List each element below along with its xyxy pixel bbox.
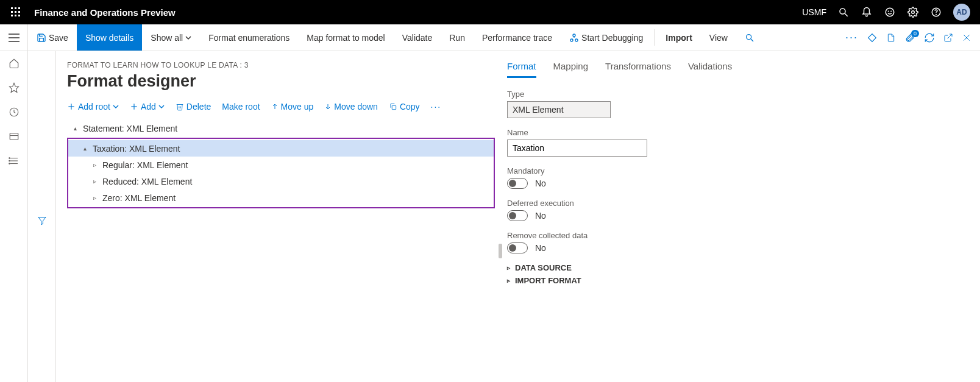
- gear-icon[interactable]: [907, 6, 919, 18]
- close-icon[interactable]: [962, 33, 971, 43]
- star-icon[interactable]: [8, 82, 20, 94]
- svg-point-37: [9, 160, 10, 161]
- breadcrumb: FORMAT TO LEARN HOW TO LOOKUP LE DATA : …: [67, 61, 495, 69]
- copy-button[interactable]: Copy: [389, 102, 420, 111]
- perf-trace-label: Performance trace: [482, 33, 552, 43]
- caret-right-icon[interactable]: ▹: [90, 161, 99, 168]
- svg-point-38: [9, 163, 10, 164]
- page-icon[interactable]: [886, 32, 896, 43]
- attach-count: 0: [911, 30, 919, 37]
- type-label: Type: [507, 90, 965, 99]
- show-all-button[interactable]: Show all: [142, 24, 200, 51]
- add-root-label: Add root: [78, 102, 110, 111]
- make-root-label: Make root: [222, 102, 260, 111]
- caret-right-icon[interactable]: ▹: [90, 194, 99, 201]
- import-button[interactable]: Import: [657, 24, 701, 51]
- divider: [654, 29, 655, 46]
- caret-down-icon[interactable]: ▴: [80, 145, 89, 152]
- tab-label: Transformations: [605, 61, 671, 71]
- move-down-label: Move down: [334, 102, 378, 111]
- tab-validations[interactable]: Validations: [688, 61, 732, 78]
- tab-format[interactable]: Format: [507, 61, 536, 78]
- splitter-handle[interactable]: [499, 244, 502, 258]
- expander-label: DATA SOURCE: [515, 263, 572, 272]
- mandatory-label: Mandatory: [507, 166, 965, 175]
- tree-row-zero[interactable]: ▹ Zero: XML Element: [68, 189, 494, 206]
- move-down-button[interactable]: Move down: [324, 102, 378, 111]
- bell-icon[interactable]: [861, 6, 873, 18]
- action-right-icons: ··· 0: [837, 24, 980, 51]
- copy-label: Copy: [400, 102, 420, 111]
- tree-row-regular[interactable]: ▹ Regular: XML Element: [68, 157, 494, 173]
- tree-more-icon[interactable]: ···: [431, 102, 442, 111]
- tree-label: Zero: XML Element: [99, 193, 176, 203]
- remove-value: No: [535, 243, 546, 253]
- tab-transformations[interactable]: Transformations: [605, 61, 671, 78]
- format-enum-button[interactable]: Format enumerations: [200, 24, 298, 51]
- map-format-button[interactable]: Map format to model: [298, 24, 393, 51]
- format-enum-label: Format enumerations: [208, 33, 289, 43]
- start-debug-label: Start Debugging: [581, 33, 643, 43]
- caret-down-icon[interactable]: ▴: [71, 125, 79, 132]
- expander-data-source[interactable]: ▹ DATA SOURCE: [507, 263, 965, 272]
- delete-button[interactable]: Delete: [176, 102, 211, 111]
- perf-trace-button[interactable]: Performance trace: [474, 24, 561, 51]
- show-details-button[interactable]: Show details: [77, 24, 142, 51]
- help-icon[interactable]: [930, 6, 942, 18]
- type-input[interactable]: [507, 101, 611, 118]
- top-right-cluster: USMF AD: [802, 4, 975, 21]
- move-up-button[interactable]: Move up: [271, 102, 314, 111]
- validate-button[interactable]: Validate: [394, 24, 441, 51]
- search-icon[interactable]: [837, 6, 850, 18]
- svg-point-11: [886, 8, 894, 16]
- main-row: FORMAT TO LEARN HOW TO LOOKUP LE DATA : …: [0, 51, 980, 382]
- mandatory-toggle[interactable]: [507, 178, 528, 189]
- caret-right-icon[interactable]: ▹: [90, 178, 99, 185]
- svg-point-36: [9, 158, 10, 159]
- refresh-icon[interactable]: [924, 32, 935, 43]
- smile-icon[interactable]: [884, 6, 896, 18]
- app-launcher-icon[interactable]: [5, 7, 27, 17]
- name-input[interactable]: [507, 140, 647, 157]
- workspace-icon[interactable]: [8, 130, 20, 143]
- history-icon[interactable]: [8, 106, 20, 118]
- content: FORMAT TO LEARN HOW TO LOOKUP LE DATA : …: [56, 51, 980, 382]
- remove-toggle[interactable]: [507, 242, 528, 253]
- diamond-icon[interactable]: [867, 32, 878, 43]
- find-button[interactable]: [736, 24, 763, 51]
- field-type: Type: [507, 90, 965, 118]
- tree-label: Regular: XML Element: [99, 160, 188, 170]
- company-label[interactable]: USMF: [802, 7, 826, 17]
- tree-row-taxation[interactable]: ▴ Taxation: XML Element: [68, 140, 494, 157]
- hamburger-icon[interactable]: [0, 24, 28, 51]
- view-button[interactable]: View: [701, 24, 736, 51]
- start-debug-button[interactable]: Start Debugging: [561, 24, 652, 51]
- save-button[interactable]: Save: [28, 24, 77, 51]
- filter-icon[interactable]: [37, 58, 47, 382]
- add-root-button[interactable]: Add root: [67, 102, 119, 111]
- left-pane: FORMAT TO LEARN HOW TO LOOKUP LE DATA : …: [67, 61, 495, 372]
- tabs: Format Mapping Transformations Validatio…: [507, 61, 965, 79]
- avatar[interactable]: AD: [953, 4, 970, 21]
- add-button[interactable]: Add: [130, 102, 165, 111]
- popout-icon[interactable]: [943, 33, 953, 43]
- save-label: Save: [49, 33, 68, 43]
- run-button[interactable]: Run: [441, 24, 474, 51]
- more-icon[interactable]: ···: [845, 31, 858, 44]
- tree-label: Reduced: XML Element: [99, 177, 192, 186]
- svg-point-13: [891, 11, 892, 12]
- attach-icon[interactable]: 0: [904, 32, 915, 43]
- tab-label: Validations: [688, 61, 732, 71]
- tree-row-reduced[interactable]: ▹ Reduced: XML Element: [68, 173, 494, 189]
- make-root-button[interactable]: Make root: [222, 102, 260, 111]
- tab-mapping[interactable]: Mapping: [553, 61, 589, 78]
- modules-icon[interactable]: [8, 155, 20, 167]
- highlight-box: ▴ Taxation: XML Element ▹ Regular: XML E…: [67, 138, 495, 208]
- svg-point-20: [573, 34, 575, 37]
- save-icon: [37, 33, 46, 43]
- expander-import-format[interactable]: ▹ IMPORT FORMAT: [507, 276, 965, 285]
- tree-row-statement[interactable]: ▴ Statement: XML Element: [67, 120, 495, 136]
- deferred-toggle[interactable]: [507, 210, 528, 221]
- home-icon[interactable]: [8, 57, 20, 69]
- action-bar: Save Show details Show all Format enumer…: [0, 24, 980, 51]
